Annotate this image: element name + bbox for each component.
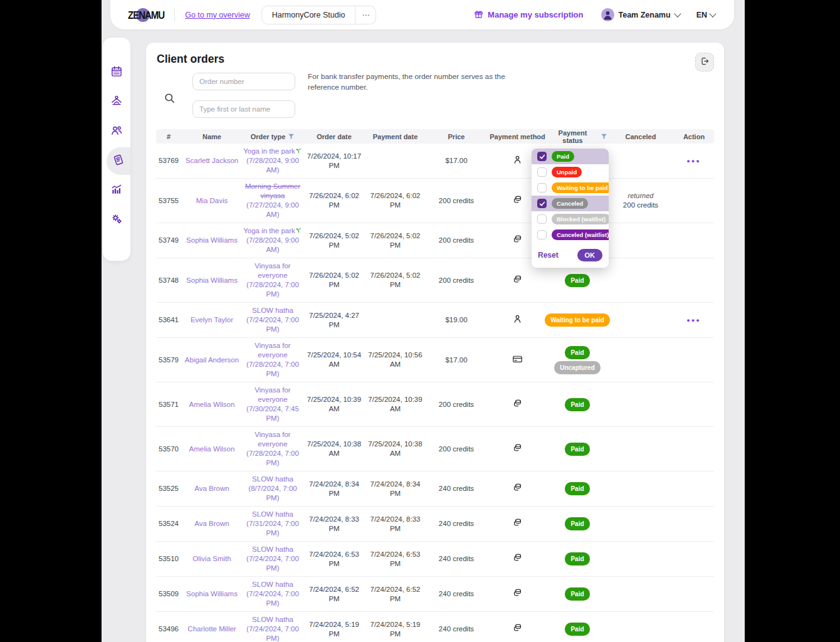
order-type-link[interactable]: SLOW hatha (7/24/2024, 7:00 PM) (246, 307, 299, 333)
order-date: 7/26/2024, 5:02 PM (303, 231, 365, 250)
filter-reset-button[interactable]: Reset (538, 251, 559, 260)
client-name-input[interactable] (192, 100, 295, 118)
table-row: 53755Mia DavisMorning Summer vinyasa (7/… (156, 179, 714, 223)
row-action-menu[interactable]: ••• (687, 315, 701, 325)
status-badge-paid: Paid (552, 151, 574, 162)
coins-icon (512, 623, 523, 636)
order-type-link[interactable]: SLOW hatha (7/24/2024, 7:00 PM) (246, 581, 299, 607)
order-type-link[interactable]: SLOW hatha (8/7/2024, 7:00 PM) (248, 475, 297, 502)
client-name-link[interactable]: Amelia Wilson (189, 401, 235, 408)
status-badge-paid: Paid (565, 443, 589, 456)
client-name-link[interactable]: Ava Brown (194, 520, 229, 527)
checkbox-checked-icon[interactable] (537, 152, 547, 161)
order-id: 53641 (156, 315, 181, 325)
order-type-link[interactable]: Yoga in the park (7/28/2024, 9:00 AM) (243, 147, 302, 174)
order-type-link[interactable]: Vinyasa for everyone (7/28/2024, 7:00 PM… (246, 342, 299, 377)
zenamu-logo[interactable]: ZENAMU (128, 8, 164, 23)
client-name-link[interactable]: Scarlett Jackson (186, 157, 238, 164)
sidebar-item-calendar[interactable] (103, 59, 130, 87)
order-id: 53496 (156, 624, 181, 634)
filter-ok-button[interactable]: OK (577, 249, 603, 261)
logo-text: ZENAMU (128, 9, 164, 21)
team-name: Team Zenamu (619, 11, 671, 19)
filter-option-paid[interactable]: Paid (532, 149, 609, 164)
price: $17.00 (425, 355, 488, 365)
payment-status-cell: Paid (547, 517, 607, 530)
order-type-link[interactable]: SLOW hatha (7/24/2024, 7:00 PM) (246, 616, 299, 642)
search-icon (164, 92, 176, 107)
client-name-link[interactable]: Amelia Wilson (189, 445, 235, 453)
payment-status-cell: Waiting to be paid (547, 313, 607, 327)
table-row: 53524Ava BrownSLOW hatha (7/31/2024, 7:0… (156, 507, 714, 542)
filter-option-unpaid[interactable]: Unpaid (532, 164, 609, 180)
column-header-order-type[interactable]: Order type (243, 133, 303, 141)
page-title: Client orders (157, 53, 224, 66)
order-date: 7/26/2024, 6:02 PM (303, 191, 365, 210)
sidebar-item-settings[interactable] (103, 206, 130, 234)
client-name-link[interactable]: Charlotte Miller (187, 625, 236, 633)
filter-option-blocked[interactable]: Blocked (waitlist) (532, 211, 609, 227)
coins-icon (512, 587, 523, 601)
studio-selector[interactable]: HarmonyCore Studio (261, 6, 356, 24)
price: 200 credits (425, 445, 488, 454)
order-id: 53525 (156, 484, 181, 493)
order-date: 7/25/2024, 4:27 PM (303, 311, 365, 330)
order-type-link[interactable]: Morning Summer vinyasa (7/27/2024, 9:00 … (245, 182, 300, 218)
checkbox-icon[interactable] (537, 167, 547, 177)
order-type-link[interactable]: SLOW hatha (7/24/2024, 7:00 PM) (246, 545, 299, 572)
status-badge-paid: Paid (565, 552, 589, 566)
filter-option-canceled_waitlist[interactable]: Canceled (waitlist) (532, 227, 609, 243)
studio-more-button[interactable]: ⋯ (355, 6, 376, 24)
checkbox-checked-icon[interactable] (537, 199, 547, 208)
payment-date: 7/26/2024, 5:02 PM (365, 271, 425, 290)
column-header-payment-status[interactable]: Payment status (547, 129, 607, 144)
overview-link[interactable]: Go to my overview (185, 11, 250, 19)
client-name-link[interactable]: Mia Davis (196, 197, 228, 204)
sidebar-item-orders[interactable] (107, 147, 130, 175)
client-name-link[interactable]: Sophia Williams (186, 276, 238, 284)
export-button[interactable] (695, 53, 714, 71)
table-row: 53525Ava BrownSLOW hatha (8/7/2024, 7:00… (156, 471, 714, 507)
team-menu[interactable]: Team Zenamu (601, 8, 680, 21)
payment-status-cell: Paid (547, 552, 607, 566)
row-action-menu[interactable]: ••• (687, 156, 701, 166)
table-row: 53571Amelia WilsonVinyasa for everyone (… (156, 382, 714, 427)
sidebar-item-statistics[interactable] (103, 177, 130, 204)
order-type-link[interactable]: Vinyasa for everyone (7/28/2024, 7:00 PM… (246, 262, 299, 298)
table-row: 53570Amelia WilsonVinyasa for everyone (… (156, 427, 714, 471)
order-number-input[interactable] (192, 73, 295, 90)
payment-status-cell: Paid (547, 274, 607, 287)
checkbox-icon[interactable] (537, 230, 547, 239)
column-header-payment-date: Payment date (365, 133, 425, 140)
filter-funnel-icon[interactable] (601, 133, 607, 141)
person-icon (512, 313, 523, 327)
order-type-link[interactable]: Vinyasa for everyone (7/30/2024, 7:45 PM… (246, 386, 299, 422)
client-name-link[interactable]: Evelyn Taylor (191, 316, 233, 324)
order-id: 53571 (156, 400, 181, 409)
order-type-link[interactable]: Vinyasa for everyone (7/28/2024, 7:00 PM… (246, 431, 299, 466)
manage-subscription-button[interactable]: Manage my subscription (474, 9, 583, 21)
checkbox-icon[interactable] (537, 183, 547, 192)
client-name-link[interactable]: Sophia Williams (186, 236, 238, 244)
filter-option-canceled[interactable]: Canceled (532, 196, 609, 211)
filter-funnel-icon[interactable] (288, 133, 295, 141)
filter-option-waiting[interactable]: Waiting to be paid (532, 180, 609, 196)
order-date: 7/24/2024, 5:19 PM (303, 620, 365, 639)
client-name-link[interactable]: Olivia Smith (192, 555, 231, 562)
client-name-link[interactable]: Ava Brown (194, 485, 229, 492)
price: 240 credits (425, 589, 488, 599)
sidebar-item-yoga-classes[interactable] (103, 88, 130, 116)
table-row: 53509Sophia WilliamsSLOW hatha (7/24/202… (156, 577, 714, 612)
language-menu[interactable]: EN (696, 11, 715, 19)
coins-icon (512, 517, 523, 530)
checkbox-icon[interactable] (537, 214, 547, 224)
client-name-link[interactable]: Abigail Anderson (185, 356, 239, 364)
order-date: 7/24/2024, 6:53 PM (303, 550, 365, 569)
order-type-link[interactable]: Yoga in the park (7/28/2024, 9:00 AM) (243, 227, 302, 253)
order-id: 53579 (156, 355, 181, 365)
client-name-link[interactable]: Sophia Williams (186, 590, 238, 597)
sidebar-item-clients[interactable] (103, 118, 130, 145)
column-header-payment-method: Payment method (488, 133, 547, 140)
order-type-link[interactable]: SLOW hatha (7/31/2024, 7:00 PM) (246, 510, 299, 537)
table-row: 53579Abigail AndersonVinyasa for everyon… (156, 338, 714, 382)
